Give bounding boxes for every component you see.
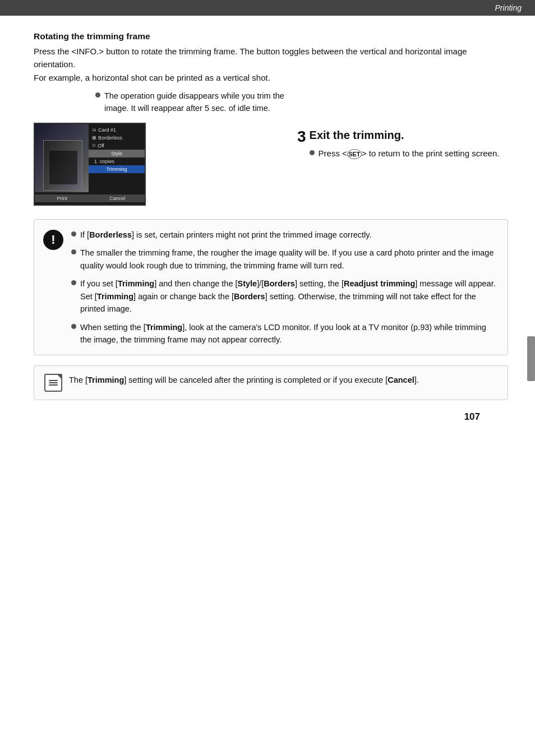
set-key: SET bbox=[347, 149, 362, 159]
note-icon bbox=[44, 374, 62, 392]
note-icon-corner bbox=[57, 374, 62, 379]
step3-bullet-dot bbox=[310, 150, 315, 155]
note-icon-line-1 bbox=[49, 380, 58, 381]
warning-text-3: If you set [Trimming] and then change th… bbox=[80, 277, 496, 315]
note-icon-line-3 bbox=[49, 384, 58, 386]
warning-bullet-2 bbox=[71, 249, 76, 254]
warning-text-2: The smaller the trimming frame, the roug… bbox=[80, 247, 496, 272]
warning-item-3: If you set [Trimming] and then change th… bbox=[71, 277, 496, 315]
note-icon-line-2 bbox=[49, 382, 58, 383]
warning-text-4: When setting the [Trimming], look at the… bbox=[80, 321, 496, 346]
camera-menu-copies: 1 copies bbox=[89, 157, 145, 165]
warning-item-4: When setting the [Trimming], look at the… bbox=[71, 321, 496, 346]
step3-bullet: Press <SET> to return to the print setti… bbox=[310, 147, 508, 160]
note-box: The [Trimming] setting will be canceled … bbox=[34, 365, 508, 400]
camera-menu-borderless: ▦ Borderless bbox=[89, 134, 145, 142]
camera-cancel-btn: Cancel bbox=[90, 194, 145, 202]
camera-screen: 🗂 Card #1 ▦ Borderless ⊙ Off Style bbox=[34, 123, 146, 206]
camera-menu-card: 🗂 Card #1 bbox=[89, 126, 145, 134]
warning-content: If [Borderless] is set, certain printers… bbox=[71, 229, 496, 346]
camera-print-btn: Print bbox=[35, 194, 90, 202]
warning-text-1: If [Borderless] is set, certain printers… bbox=[80, 229, 372, 241]
camera-photo-silhouette bbox=[49, 151, 77, 184]
warning-bullet-4 bbox=[71, 324, 76, 329]
camera-menu-off: ⊙ Off bbox=[89, 142, 145, 150]
warning-item-1: If [Borderless] is set, certain printers… bbox=[71, 229, 496, 241]
header-bar: Printing bbox=[0, 0, 535, 16]
warning-bullet-1 bbox=[71, 231, 76, 236]
step3-block: 3 Exit the trimming. Press <SET> to retu… bbox=[297, 129, 508, 160]
note-icon-lines bbox=[49, 380, 58, 386]
warning-bullet-3 bbox=[71, 280, 76, 285]
note-text: The [Trimming] setting will be canceled … bbox=[69, 374, 497, 386]
warning-box: ! If [Borderless] is set, certain printe… bbox=[34, 219, 508, 356]
side-note-bullet bbox=[95, 92, 100, 98]
page-number: 107 bbox=[34, 411, 508, 434]
step3-heading: Exit the trimming. bbox=[310, 129, 508, 142]
camera-bottom-bar: Print Cancel bbox=[35, 192, 145, 205]
camera-menu-trimming: Trimming bbox=[89, 165, 145, 173]
step3-content: Exit the trimming. Press <SET> to return… bbox=[310, 129, 508, 160]
warning-icon: ! bbox=[43, 230, 63, 250]
camera-photo-inner bbox=[43, 140, 82, 191]
step3-number: 3 bbox=[297, 129, 306, 145]
side-note-text: The operation guide disappears while you… bbox=[104, 90, 286, 115]
header-title: Printing bbox=[495, 3, 522, 12]
section-rotating-body: Press the <INFO.> button to rotate the t… bbox=[34, 45, 508, 84]
camera-menu-style: Style bbox=[89, 150, 145, 157]
scrollbar-decoration[interactable] bbox=[527, 336, 535, 381]
section-rotating-title: Rotating the trimming frame bbox=[34, 31, 508, 41]
warning-item-2: The smaller the trimming frame, the roug… bbox=[71, 247, 496, 272]
section-rotating: Rotating the trimming frame Press the <I… bbox=[34, 31, 508, 84]
main-content: Rotating the trimming frame Press the <I… bbox=[0, 16, 535, 445]
step3-bullet-text: Press <SET> to return to the print setti… bbox=[319, 147, 500, 160]
